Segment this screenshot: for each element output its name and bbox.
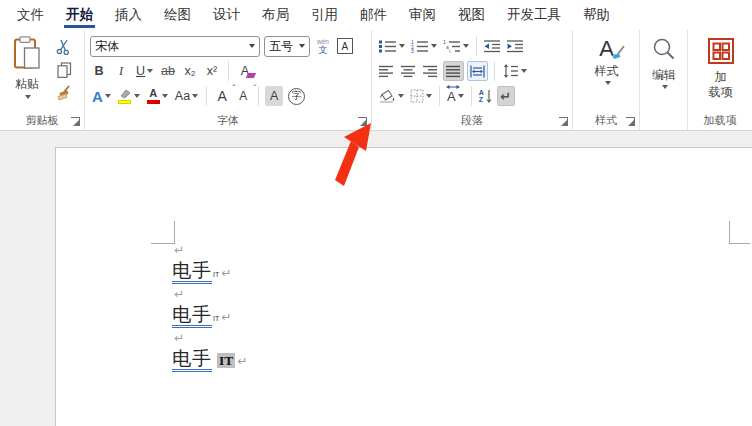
font-name-combo[interactable]: 宋体 — [90, 36, 260, 57]
superscript-button[interactable]: x² — [203, 61, 221, 81]
distribute-button[interactable] — [467, 61, 488, 81]
borders-button[interactable] — [408, 86, 434, 106]
styles-icon: A — [590, 37, 624, 61]
grow-font-button[interactable]: A ˆ — [213, 86, 231, 106]
tab-help[interactable]: 帮助 — [572, 0, 621, 30]
paste-button[interactable]: 粘贴 — [5, 36, 49, 99]
subscript-button[interactable]: x₂ — [181, 61, 199, 81]
doc-line-text[interactable]: 电手IT↵ — [172, 346, 247, 372]
underlined-text[interactable]: 电手 — [172, 260, 212, 284]
paragraph-dialog-launcher[interactable] — [559, 117, 568, 126]
highlighter-icon — [118, 89, 132, 104]
multilevel-list-button[interactable]: 1ai — [441, 36, 471, 56]
editing-button[interactable]: 编辑 — [645, 37, 683, 89]
sort-button[interactable]: A Z — [477, 86, 495, 106]
doc-line-empty[interactable]: ↵ — [172, 240, 247, 258]
phonetic-guide-button[interactable]: wén 文 — [317, 38, 329, 54]
font-size-combo[interactable]: 五号 — [264, 36, 310, 57]
group-clipboard: 粘贴 — [0, 30, 85, 130]
line-spacing-icon — [503, 64, 519, 78]
justify-button[interactable] — [443, 61, 464, 81]
format-painter-icon — [56, 85, 73, 101]
pilcrow-mark: ↵ — [221, 266, 231, 280]
chevron-down-icon — [463, 44, 469, 48]
tab-layout[interactable]: 布局 — [251, 0, 300, 30]
chevron-down-icon — [147, 69, 153, 73]
clear-formatting-button[interactable]: A — [236, 61, 254, 81]
divider — [258, 86, 259, 106]
italic-button[interactable]: I — [112, 61, 130, 81]
tab-file[interactable]: 文件 — [6, 0, 55, 30]
increase-indent-button[interactable] — [505, 36, 526, 56]
pilcrow-mark: ↵ — [221, 310, 231, 324]
shrink-font-button[interactable]: A ˇ — [234, 86, 252, 106]
copy-icon — [57, 62, 72, 78]
tab-home[interactable]: 开始 — [55, 0, 104, 30]
highlight-button[interactable] — [116, 86, 142, 106]
doc-line-text[interactable]: 电手IT↵ — [172, 302, 247, 328]
bullets-button[interactable] — [377, 36, 407, 56]
font-color-button[interactable]: A — [145, 86, 170, 106]
underline-button[interactable]: U — [134, 61, 155, 81]
doc-line-empty[interactable]: ↵ — [172, 328, 247, 346]
pilcrow-mark: ↵ — [174, 331, 184, 345]
bold-button[interactable]: B — [90, 61, 108, 81]
document-text[interactable]: ↵ 电手IT↵ ↵ 电手IT↵ ↵ 电手IT↵ — [172, 240, 247, 372]
paragraph-group-label: 段落 — [372, 113, 572, 128]
strikethrough-button[interactable]: ab — [159, 61, 177, 81]
cjk-layout-button[interactable]: A — [445, 86, 466, 106]
scissors-icon — [56, 39, 72, 55]
chevron-down-icon — [521, 69, 527, 73]
underlined-text[interactable]: 电手 — [172, 348, 212, 372]
pilcrow-mark: ↵ — [174, 243, 184, 257]
decrease-indent-icon — [484, 39, 501, 53]
tab-view[interactable]: 视图 — [447, 0, 496, 30]
doc-line-empty[interactable]: ↵ — [172, 284, 247, 302]
doc-line-text[interactable]: 电手IT↵ — [172, 258, 247, 284]
align-right-button[interactable] — [421, 61, 440, 81]
enclose-characters-button[interactable]: 字 — [286, 86, 307, 106]
show-marks-button[interactable]: ↵ — [497, 86, 515, 106]
font-dialog-launcher[interactable] — [358, 117, 367, 126]
clipboard-dialog-launcher[interactable] — [71, 117, 80, 126]
tab-references[interactable]: 引用 — [300, 0, 349, 30]
chevron-down-icon — [426, 94, 432, 98]
font-name-value: 宋体 — [95, 38, 119, 55]
cut-button[interactable] — [53, 37, 75, 57]
tiny-suffix-text[interactable]: IT — [213, 271, 219, 278]
tab-draw[interactable]: 绘图 — [153, 0, 202, 30]
decrease-indent-button[interactable] — [482, 36, 503, 56]
align-left-button[interactable] — [377, 61, 396, 81]
selected-text[interactable]: IT — [217, 353, 235, 368]
addins-button[interactable]: 加 载项 — [693, 37, 748, 99]
styles-dialog-launcher[interactable] — [626, 117, 635, 126]
clipboard-mini-buttons — [53, 37, 75, 103]
divider — [228, 61, 229, 81]
page[interactable]: ↵ 电手IT↵ ↵ 电手IT↵ ↵ 电手IT↵ — [55, 147, 752, 426]
numbering-button[interactable]: 123 — [409, 36, 439, 56]
line-spacing-button[interactable] — [501, 61, 529, 81]
tab-developer[interactable]: 开发工具 — [496, 0, 572, 30]
tab-insert[interactable]: 插入 — [104, 0, 153, 30]
tab-design[interactable]: 设计 — [202, 0, 251, 30]
tab-mailings[interactable]: 邮件 — [349, 0, 398, 30]
divider — [471, 86, 472, 106]
copy-button[interactable] — [53, 60, 75, 80]
tab-review[interactable]: 审阅 — [398, 0, 447, 30]
tiny-suffix-text[interactable]: IT — [213, 315, 219, 322]
chevron-down-icon — [431, 44, 437, 48]
phonetic-base-text: 文 — [318, 46, 327, 54]
chevron-down-icon — [399, 44, 405, 48]
character-shading-button[interactable]: A — [265, 86, 283, 106]
change-case-button[interactable]: Aa — [173, 86, 200, 106]
styles-button[interactable]: A 样式 — [578, 37, 635, 85]
character-border-button[interactable]: A — [337, 38, 353, 54]
chevron-down-icon — [249, 44, 255, 48]
underlined-text[interactable]: 电手 — [172, 304, 212, 328]
text-effects-button[interactable]: A — [90, 86, 113, 106]
shading-button[interactable] — [377, 86, 406, 106]
justify-icon — [446, 65, 461, 78]
format-painter-button[interactable] — [53, 83, 75, 103]
align-center-button[interactable] — [399, 61, 418, 81]
paste-label: 粘贴 — [15, 77, 39, 91]
